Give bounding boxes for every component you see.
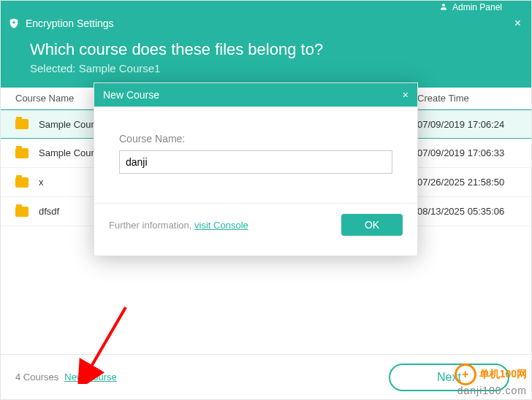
next-button[interactable]: Next [389, 364, 509, 391]
chrome-top-bar: Admin Panel [1, 1, 531, 14]
footer: 4 Courses New Course Next [1, 354, 531, 399]
svg-point-0 [442, 4, 445, 7]
course-name-label: Course Name: [119, 133, 392, 145]
window-title-bar: Encryption Settings × [1, 14, 531, 33]
course-name-text: x [39, 177, 44, 188]
new-course-modal: New Course × Course Name: Further inform… [94, 82, 418, 256]
folder-icon [15, 207, 28, 217]
admin-icon [439, 2, 448, 13]
visit-console-link[interactable]: visit Console [194, 220, 248, 231]
course-name-input[interactable] [119, 150, 392, 174]
admin-panel-link[interactable]: Admin Panel [452, 2, 502, 12]
further-info-text: Further information, [109, 220, 194, 231]
cell-create-time: 07/09/2019 17:06:33 [417, 147, 524, 158]
cell-create-time: 08/13/2025 05:35:06 [417, 206, 524, 217]
window-title: Encryption Settings [26, 18, 114, 29]
modal-info-text: Further information, visit Console [109, 220, 248, 231]
folder-icon [15, 148, 28, 158]
folder-icon [15, 119, 28, 129]
header-selected: Selected: Sample Course1 [30, 62, 502, 74]
modal-close-button[interactable]: × [403, 89, 408, 101]
header-question: Which course does these files belong to? [30, 40, 502, 59]
folder-icon [15, 177, 28, 188]
cell-create-time: 07/09/2019 17:06:24 [417, 119, 524, 130]
window-close-button[interactable]: × [512, 17, 524, 30]
cell-create-time: 07/26/2025 21:58:50 [417, 177, 524, 188]
ok-button[interactable]: OK [341, 214, 403, 236]
new-course-link[interactable]: New Course [64, 372, 117, 382]
shield-icon [8, 18, 20, 29]
modal-title: New Course [103, 89, 159, 101]
modal-title-bar: New Course × [94, 83, 417, 107]
course-count: 4 Courses [15, 372, 58, 382]
page-header: Which course does these files belong to?… [1, 33, 531, 88]
column-header-create: Create Time [417, 93, 524, 104]
course-name-text: dfsdf [39, 206, 59, 217]
